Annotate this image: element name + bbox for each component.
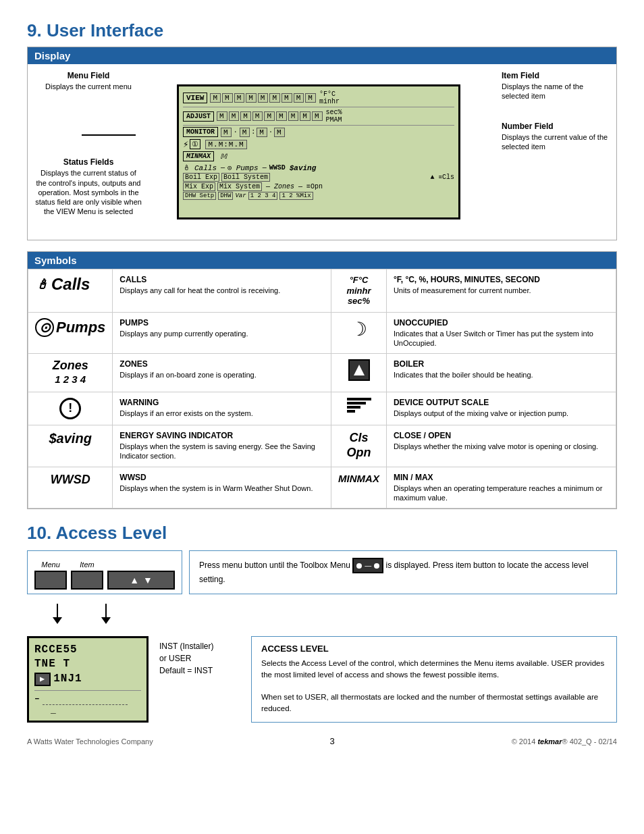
lcd-dashes: – bbox=[34, 694, 141, 704]
sym-minmax-icon: MINMAX bbox=[331, 467, 387, 509]
press-desc-text: Press menu button until the Toolbox Menu bbox=[199, 561, 350, 570]
lcd-access-display: RCCE55 TNE T ▶ 1NJ1 – _ bbox=[27, 636, 149, 723]
sym-pumps-desc: PUMPS Displays any pump currently operat… bbox=[113, 312, 331, 354]
menu-button[interactable] bbox=[34, 571, 67, 590]
lcd-line1: RCCE55 bbox=[34, 644, 141, 656]
arrow2-line bbox=[105, 604, 107, 617]
sym-calls-desc: CALLS Displays any call for heat the con… bbox=[113, 269, 331, 313]
access-level-desc-box: ACCESS LEVEL Selects the Access Level of… bbox=[251, 636, 617, 723]
footer: A Watts Water Technologies Company 3 © 2… bbox=[27, 736, 617, 746]
footer-center: 3 bbox=[330, 736, 335, 746]
table-row: ! WARNING Displays if an error exists on… bbox=[28, 392, 616, 425]
toolbox-dot2 bbox=[374, 563, 379, 569]
section9-title: 9. User Interface bbox=[27, 20, 617, 41]
item-field-desc: Displays the name of the selected item bbox=[502, 82, 610, 101]
access-level-desc2: When set to USER, all thermostats are lo… bbox=[261, 692, 607, 715]
toolbox-icon: — bbox=[352, 561, 385, 570]
symbols-header: Symbols bbox=[28, 252, 616, 269]
arrow2-container bbox=[101, 604, 111, 629]
status-fields-label: Status Fields bbox=[34, 157, 142, 167]
sym-zones-desc: ZONES Displays if an on-board zone is op… bbox=[113, 354, 331, 392]
sym-units-desc: °F, °C, %, HOURS, MINUTES, SECOND Units … bbox=[386, 269, 616, 313]
access-bottom: RCCE55 TNE T ▶ 1NJ1 – _ INST (Installer)… bbox=[27, 636, 617, 723]
access-level-desc1: Selects the Access Level of the control,… bbox=[261, 658, 607, 681]
symbols-table: 🕯Calls CALLS Displays any call for heat … bbox=[28, 269, 616, 509]
sym-wwsd-desc: WWSD Displays when the system is in Warm… bbox=[113, 467, 331, 509]
arrow1-container bbox=[53, 604, 62, 629]
arrow2-down bbox=[101, 617, 111, 624]
lcd-access-text: RCCE55 TNE T ▶ 1NJ1 – _ bbox=[34, 644, 141, 715]
up-arrow-icon: ▲ bbox=[130, 575, 139, 585]
access-top: Menu Item ▲ ▼ Press menu button until th… bbox=[27, 550, 617, 594]
sym-boiler-desc: BOILER Indicates that the boiler should … bbox=[386, 354, 616, 392]
sym-moon-icon: ☽ bbox=[331, 312, 387, 354]
sym-clsopn-icon: ClsOpn bbox=[331, 425, 387, 467]
number-field-desc: Displays the current value of the select… bbox=[502, 132, 610, 152]
item-button[interactable] bbox=[71, 571, 103, 590]
footer-left: A Watts Water Technologies Company bbox=[27, 737, 153, 746]
access-level-title: ACCESS LEVEL bbox=[261, 644, 607, 654]
item-field-label: Item Field bbox=[502, 71, 610, 80]
menu-field-label: Menu Field bbox=[34, 71, 142, 80]
sym-boiler-icon bbox=[331, 354, 387, 392]
lcd-cursor: _ bbox=[51, 705, 141, 716]
arrow1-down bbox=[53, 617, 62, 624]
footer-right: © 2014 tekmar® 402_Q - 02/14 bbox=[512, 737, 617, 746]
inst-text: INST (Installer)or USERDefault = INST bbox=[159, 640, 240, 677]
inst-label: INST (Installer)or USERDefault = INST bbox=[159, 636, 240, 723]
sym-wwsd-icon: WWSD bbox=[28, 467, 113, 509]
display-header: Display bbox=[28, 47, 616, 64]
sym-scale-icon bbox=[331, 392, 387, 425]
menu-field-desc: Displays the current menu bbox=[34, 82, 142, 91]
sym-units-icon: °F°Cminhrsec% bbox=[331, 269, 387, 313]
lcd-line3: ▶ 1NJ1 bbox=[34, 673, 141, 686]
number-field-label: Number Field bbox=[502, 122, 610, 131]
display-diagram: VIEW M M M M M M M M M °F°Cminhr bbox=[142, 84, 495, 219]
left-labels: Menu Field Displays the current menu Sta… bbox=[34, 71, 142, 233]
sym-warning-icon: ! bbox=[28, 392, 113, 425]
section10-title: 10. Access Level bbox=[27, 523, 617, 544]
item-button-box: Item bbox=[71, 561, 103, 590]
sym-saving-icon: $aving bbox=[28, 425, 113, 467]
item-btn-label: Item bbox=[80, 561, 94, 569]
center-display: VIEW M M M M M M M M M °F°Cminhr bbox=[142, 71, 495, 233]
sym-zones-icon: Zones1 2 3 4 bbox=[28, 354, 113, 392]
display-content: Menu Field Displays the current menu Sta… bbox=[28, 64, 616, 240]
symbols-section: Symbols 🕯Calls CALLS Displays any call f… bbox=[27, 251, 617, 509]
down-arrows-row bbox=[27, 601, 617, 632]
table-row: ⊙Pumps PUMPS Displays any pump currently… bbox=[28, 312, 616, 354]
arrow1-line bbox=[57, 604, 58, 617]
sym-scale-desc: DEVICE OUTPUT SCALE Displays output of t… bbox=[386, 392, 616, 425]
access-press-desc: Press menu button until the Toolbox Menu… bbox=[189, 550, 617, 594]
sym-unoccupied-desc: UNOCCUPIED Indicates that a User Switch … bbox=[386, 312, 616, 354]
sym-minmax-desc: MIN / MAX Displays when an operating tem… bbox=[386, 467, 616, 509]
updown-buttons[interactable]: ▲ ▼ bbox=[107, 571, 175, 590]
svg-marker-0 bbox=[354, 365, 365, 375]
table-row: 🕯Calls CALLS Displays any call for heat … bbox=[28, 269, 616, 313]
menu-button-box: Menu bbox=[34, 561, 67, 590]
right-labels: Item Field Displays the name of the sele… bbox=[495, 71, 610, 233]
toolbox-dot1 bbox=[356, 563, 362, 569]
sym-warning-desc: WARNING Displays if an error exists on t… bbox=[113, 392, 331, 425]
lcd-line2: TNE T bbox=[34, 658, 141, 671]
display-section: Display Menu Field Displays the current … bbox=[27, 47, 617, 240]
status-fields-desc: Displays the current status of the contr… bbox=[34, 168, 142, 216]
menu-btn-label: Menu bbox=[41, 561, 60, 569]
sym-saving-desc: ENERGY SAVING INDICATOR Displays when th… bbox=[113, 425, 331, 467]
sym-calls-icon: 🕯Calls bbox=[28, 269, 113, 313]
table-row: Zones1 2 3 4 ZONES Displays if an on-boa… bbox=[28, 354, 616, 392]
table-row: $aving ENERGY SAVING INDICATOR Displays … bbox=[28, 425, 616, 467]
down-arrow-icon: ▼ bbox=[143, 575, 153, 585]
button-area: Menu Item ▲ ▼ bbox=[27, 550, 182, 594]
updown-button-box: ▲ ▼ bbox=[107, 558, 175, 590]
sym-pumps-icon: ⊙Pumps bbox=[28, 312, 113, 354]
table-row: WWSD WWSD Displays when the system is in… bbox=[28, 467, 616, 509]
sym-clsopn-desc: CLOSE / OPEN Displays whether the mixing… bbox=[386, 425, 616, 467]
lcd-display: VIEW M M M M M M M M M °F°Cminhr bbox=[177, 84, 460, 219]
